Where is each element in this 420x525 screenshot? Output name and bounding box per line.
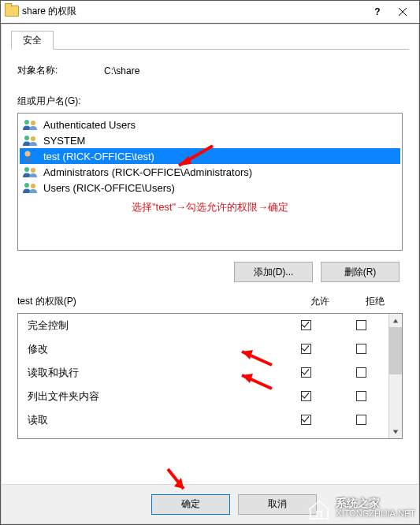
window-title: share 的权限	[22, 5, 365, 18]
permission-row: 列出文件夹内容	[18, 385, 388, 408]
list-item[interactable]: test (RICK-OFFICE\test)	[20, 148, 400, 164]
permissions-label: test 的权限(P)	[17, 295, 292, 308]
permission-row: 读取和执行	[18, 361, 388, 385]
svg-point-9	[24, 183, 29, 188]
allow-checkbox[interactable]	[301, 344, 311, 354]
ok-button[interactable]: 确定	[151, 494, 230, 515]
principal-name: SYSTEM	[43, 135, 85, 147]
permission-row: 完全控制	[18, 314, 388, 337]
tab-label: 安全	[23, 35, 42, 46]
permissions-box: 完全控制 修改 读取和执行 列出文件夹内容 读取	[17, 313, 403, 439]
principal-name: test (RICK-OFFICE\test)	[43, 151, 154, 162]
deny-checkbox[interactable]	[356, 391, 366, 401]
list-item[interactable]: Users (RICK-OFFICE\Users)	[20, 180, 400, 195]
watermark: 系统之家 XITONGZHIJIA.NET	[307, 497, 415, 520]
principal-icon	[21, 134, 40, 147]
col-deny: 拒绝	[348, 295, 403, 308]
scroll-up[interactable]	[389, 314, 402, 327]
svg-point-5	[31, 136, 35, 141]
deny-checkbox[interactable]	[356, 344, 366, 354]
annotation-text: 选择"test"→勾选允许的权限→确定	[20, 195, 400, 216]
permission-row: 修改	[18, 337, 388, 361]
allow-checkbox[interactable]	[301, 391, 311, 401]
permission-name: 完全控制	[18, 318, 278, 333]
scroll-thumb[interactable]	[389, 327, 402, 374]
permission-row: 读取	[18, 408, 388, 432]
add-button[interactable]: 添加(D)...	[234, 262, 313, 282]
svg-point-8	[31, 168, 35, 173]
remove-button[interactable]: 删除(R)	[321, 262, 400, 282]
permission-name: 修改	[18, 342, 278, 356]
permission-name: 读取和执行	[18, 366, 278, 380]
list-item[interactable]: SYSTEM	[20, 132, 400, 148]
scrollbar[interactable]	[388, 314, 402, 438]
svg-point-7	[24, 167, 29, 172]
groups-listbox[interactable]: Authenticated Users SYSTEMtest (RICK-OFF…	[17, 113, 403, 251]
deny-checkbox[interactable]	[356, 320, 366, 330]
watermark-line1: 系统之家	[336, 498, 415, 508]
deny-checkbox[interactable]	[356, 415, 366, 425]
allow-checkbox[interactable]	[301, 415, 311, 425]
object-name-label: 对象名称:	[17, 64, 104, 77]
tab-security[interactable]: 安全	[11, 31, 54, 50]
list-item[interactable]: Administrators (RICK-OFFICE\Administrato…	[20, 164, 400, 180]
principal-name: Authenticated Users	[43, 119, 136, 131]
watermark-line2: XITONGZHIJIA.NET	[336, 508, 415, 519]
principal-icon	[21, 181, 40, 194]
principal-icon	[21, 166, 40, 178]
allow-checkbox[interactable]	[301, 367, 311, 378]
principal-icon	[21, 150, 40, 162]
svg-point-10	[31, 184, 35, 188]
principal-icon	[21, 118, 40, 131]
svg-point-6	[25, 151, 31, 157]
titlebar: share 的权限 ?	[0, 0, 420, 24]
principal-name: Users (RICK-OFFICE\Users)	[43, 182, 175, 194]
groups-label: 组或用户名(G):	[17, 95, 403, 108]
tabstrip: 安全	[11, 31, 418, 50]
svg-point-4	[24, 136, 29, 140]
cancel-button[interactable]: 取消	[238, 494, 317, 515]
object-name-value: C:\share	[104, 65, 139, 76]
folder-icon	[5, 6, 17, 18]
deny-checkbox[interactable]	[356, 367, 366, 378]
allow-checkbox[interactable]	[301, 320, 311, 330]
svg-point-2	[24, 120, 29, 125]
watermark-icon	[307, 497, 331, 520]
svg-point-3	[31, 121, 35, 125]
list-item[interactable]: Authenticated Users	[20, 117, 400, 132]
svg-marker-12	[393, 430, 398, 434]
col-allow: 允许	[292, 295, 348, 308]
svg-rect-21	[318, 512, 322, 519]
svg-marker-11	[393, 318, 398, 322]
scroll-down[interactable]	[389, 425, 402, 438]
permission-name: 读取	[18, 413, 278, 427]
help-button[interactable]: ?	[365, 2, 390, 21]
close-button[interactable]	[390, 2, 415, 21]
principal-name: Administrators (RICK-OFFICE\Administrato…	[43, 166, 252, 178]
permission-name: 列出文件夹内容	[18, 389, 278, 404]
